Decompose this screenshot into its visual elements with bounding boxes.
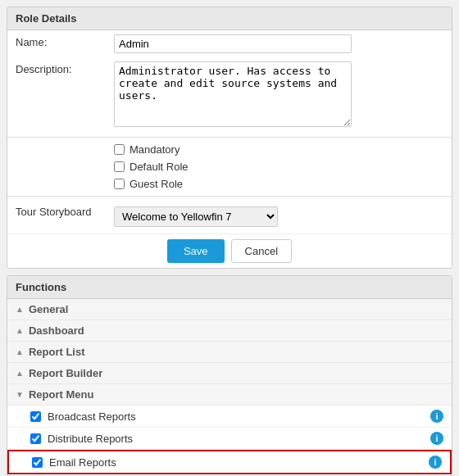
- default-role-label: Default Role: [130, 161, 189, 173]
- group-label: General: [29, 303, 68, 315]
- func-group-4[interactable]: ▼Report Menu: [7, 384, 452, 406]
- role-details-panel: Role Details Name: Description: Administ…: [7, 7, 452, 269]
- tour-select[interactable]: Welcome to Yellowfin 7: [114, 206, 278, 227]
- func-item-label: Email Reports: [49, 456, 429, 469]
- func-item-4-0: Broadcast Reports i: [7, 406, 452, 428]
- guest-role-row: Guest Role: [7, 175, 452, 193]
- func-item-label: Broadcast Reports: [48, 410, 430, 423]
- func-item-4-1: Distribute Reports i: [7, 428, 452, 450]
- tour-row: Tour Storyboard Welcome to Yellowfin 7: [7, 200, 452, 233]
- name-label: Name:: [7, 30, 106, 57]
- group-arrow: ▲: [16, 369, 24, 378]
- functions-panel: Functions ▲General▲Dashboard▲Report List…: [7, 275, 452, 476]
- group-label: Report List: [29, 346, 85, 358]
- func-item-4-2: Email Reports i: [7, 450, 452, 474]
- guest-role-checkbox[interactable]: [114, 179, 125, 189]
- func-group-1[interactable]: ▲Dashboard: [7, 320, 452, 342]
- role-details-header: Role Details: [7, 7, 452, 30]
- description-label: Description:: [7, 57, 106, 134]
- save-button[interactable]: Save: [167, 239, 225, 263]
- func-group-3[interactable]: ▲Report Builder: [7, 363, 452, 384]
- info-icon[interactable]: i: [430, 432, 443, 445]
- group-label: Report Builder: [29, 367, 102, 379]
- functions-list: ▲General▲Dashboard▲Report List▲Report Bu…: [7, 299, 452, 476]
- func-checkbox-4-2[interactable]: [32, 457, 43, 468]
- mandatory-checkbox[interactable]: [114, 144, 125, 155]
- func-group-0[interactable]: ▲General: [7, 299, 452, 320]
- func-item-label: Distribute Reports: [48, 433, 430, 445]
- tour-label: Tour Storyboard: [7, 200, 106, 233]
- button-row: Save Cancel: [7, 233, 452, 268]
- cancel-button[interactable]: Cancel: [231, 239, 292, 263]
- name-row: Name:: [7, 30, 452, 57]
- description-row: Description: Administrator user. Has acc…: [7, 57, 452, 134]
- default-role-checkbox[interactable]: [114, 161, 125, 172]
- name-input[interactable]: [114, 34, 352, 53]
- role-details-form: Name: Description: Administrator user. H…: [7, 30, 452, 134]
- group-arrow: ▼: [16, 390, 24, 399]
- description-input[interactable]: Administrator user. Has access to create…: [114, 61, 352, 127]
- group-arrow: ▲: [16, 305, 24, 314]
- info-icon[interactable]: i: [430, 410, 443, 423]
- group-arrow: ▲: [16, 326, 24, 335]
- functions-header: Functions: [7, 276, 452, 299]
- default-role-row: Default Role: [7, 158, 452, 175]
- info-icon[interactable]: i: [429, 456, 442, 469]
- mandatory-label: Mandatory: [130, 143, 180, 156]
- func-group-2[interactable]: ▲Report List: [7, 342, 452, 363]
- group-label: Dashboard: [29, 324, 84, 337]
- func-checkbox-4-0[interactable]: [30, 411, 41, 422]
- mandatory-row: Mandatory: [7, 141, 452, 158]
- guest-role-label: Guest Role: [130, 178, 183, 190]
- func-checkbox-4-1[interactable]: [30, 433, 41, 444]
- group-label: Report Menu: [29, 388, 93, 401]
- group-arrow: ▲: [16, 347, 24, 356]
- tour-storyboard-form: Tour Storyboard Welcome to Yellowfin 7: [7, 200, 452, 233]
